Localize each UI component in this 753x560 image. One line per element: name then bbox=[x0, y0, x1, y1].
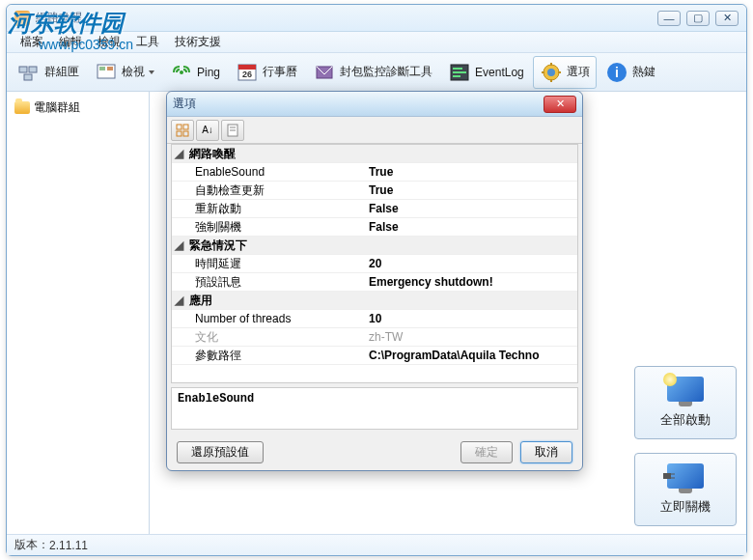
property-value[interactable]: True bbox=[365, 165, 577, 179]
property-category[interactable]: ◢應用 bbox=[172, 292, 577, 310]
ping-icon bbox=[170, 61, 193, 84]
menu-file[interactable]: 檔案 bbox=[13, 32, 51, 52]
chevron-down-icon bbox=[149, 70, 154, 74]
property-row[interactable]: 重新啟動False bbox=[172, 200, 577, 218]
svg-rect-2 bbox=[24, 74, 32, 80]
close-button[interactable]: ✕ bbox=[715, 11, 739, 26]
dialog-title: 選項 bbox=[173, 96, 544, 112]
svg-rect-26 bbox=[177, 125, 181, 129]
svg-rect-5 bbox=[107, 67, 113, 70]
start-all-label: 全部啟動 bbox=[660, 411, 711, 429]
svg-rect-13 bbox=[453, 71, 466, 73]
titlebar: 網路喚醒 — ▢ ✕ bbox=[7, 5, 746, 32]
property-value[interactable]: True bbox=[365, 183, 577, 197]
property-value[interactable]: 10 bbox=[365, 312, 577, 325]
svg-rect-12 bbox=[453, 68, 462, 70]
category-label: 網路喚醒 bbox=[185, 146, 378, 162]
toolbar-hotkey-label: 熱鍵 bbox=[632, 64, 655, 80]
toolbar-packet-label: 封包監控診斷工具 bbox=[340, 64, 432, 80]
category-label: 緊急情況下 bbox=[185, 238, 378, 254]
collapse-icon[interactable]: ◢ bbox=[172, 147, 185, 160]
svg-text:26: 26 bbox=[242, 70, 252, 79]
toolbar-view-label: 檢視 bbox=[122, 64, 145, 80]
start-all-button[interactable]: 全部啟動 bbox=[634, 366, 737, 439]
property-value[interactable]: False bbox=[365, 202, 577, 215]
monitor-bulb-icon bbox=[666, 377, 705, 407]
menu-tools[interactable]: 工具 bbox=[128, 32, 167, 52]
property-row[interactable]: 自動檢查更新True bbox=[172, 182, 577, 200]
property-grid[interactable]: ◢網路喚醒EnableSoundTrue自動檢查更新True重新啟動False強… bbox=[171, 144, 578, 383]
category-label: 應用 bbox=[185, 293, 378, 309]
toolbar-eventlog[interactable]: EventLog bbox=[441, 56, 531, 89]
property-row[interactable]: EnableSoundTrue bbox=[172, 163, 577, 182]
menu-edit[interactable]: 編輯 bbox=[51, 32, 90, 52]
property-value[interactable]: Emergency shutdown! bbox=[365, 275, 577, 289]
shutdown-button[interactable]: 立即關機 bbox=[634, 453, 737, 526]
dialog-button-row: 還原預設值 確定 取消 bbox=[167, 434, 582, 470]
svg-rect-1 bbox=[29, 67, 37, 72]
svg-point-16 bbox=[547, 69, 555, 76]
property-row[interactable]: 預設訊息Emergency shutdown! bbox=[172, 273, 577, 292]
options-dialog: 選項 ✕ A↓ ◢網路喚醒EnableSoundTrue自動檢查更新True重新… bbox=[166, 91, 583, 471]
svg-rect-0 bbox=[19, 67, 27, 72]
property-name: 強制關機 bbox=[172, 219, 365, 236]
toolbar: 群組匣 檢視 Ping 26 行事曆 封包監控診斷工具 EventLog 選項 bbox=[7, 53, 746, 92]
property-row[interactable]: 文化zh-TW bbox=[172, 328, 577, 347]
toolbar-groupbox[interactable]: 群組匣 bbox=[11, 56, 86, 89]
menu-support[interactable]: 技術支援 bbox=[167, 32, 229, 52]
property-value[interactable]: C:\ProgramData\Aquila Techno bbox=[365, 349, 577, 362]
property-name: EnableSound bbox=[172, 165, 365, 179]
alphabetize-button[interactable]: A↓ bbox=[196, 120, 219, 141]
toolbar-view[interactable]: 檢視 bbox=[88, 56, 161, 89]
property-category[interactable]: ◢緊急情況下 bbox=[172, 237, 577, 255]
tree-panel: 電腦群組 bbox=[7, 92, 150, 534]
property-name: 文化 bbox=[172, 329, 365, 346]
menu-view[interactable]: 檢視 bbox=[90, 32, 128, 52]
toolbar-eventlog-label: EventLog bbox=[475, 66, 524, 79]
property-row[interactable]: Number of threads10 bbox=[172, 310, 577, 328]
maximize-button[interactable]: ▢ bbox=[686, 11, 710, 26]
toolbar-options[interactable]: 選項 bbox=[533, 56, 597, 89]
dialog-close-button[interactable]: ✕ bbox=[544, 96, 576, 113]
toolbar-hotkey[interactable]: i 熱鍵 bbox=[599, 56, 662, 89]
toolbar-ping[interactable]: Ping bbox=[163, 56, 227, 89]
property-row[interactable]: 參數路徑C:\ProgramData\Aquila Techno bbox=[172, 347, 577, 365]
property-value[interactable]: False bbox=[365, 220, 577, 234]
statusbar: 版本： 2.11.11 bbox=[7, 534, 746, 555]
property-name: 參數路徑 bbox=[172, 348, 365, 364]
property-page-button[interactable] bbox=[221, 120, 244, 141]
svg-text:i: i bbox=[615, 65, 619, 80]
svg-rect-28 bbox=[177, 131, 181, 136]
categorize-button[interactable] bbox=[171, 120, 194, 141]
toolbar-packet[interactable]: 封包監控診斷工具 bbox=[306, 56, 439, 89]
packet-icon bbox=[313, 61, 336, 84]
property-value[interactable]: 20 bbox=[365, 257, 577, 270]
svg-point-6 bbox=[180, 70, 183, 74]
collapse-icon[interactable]: ◢ bbox=[172, 238, 185, 252]
toolbar-calendar-label: 行事曆 bbox=[263, 64, 297, 80]
side-buttons: 全部啟動 立即關機 bbox=[634, 366, 737, 526]
app-icon bbox=[14, 11, 30, 26]
minimize-button[interactable]: — bbox=[657, 11, 681, 26]
property-name: 重新啟動 bbox=[172, 201, 365, 217]
restore-defaults-button[interactable]: 還原預設值 bbox=[177, 441, 264, 463]
ok-button[interactable]: 確定 bbox=[460, 441, 513, 463]
property-name: 自動檢查更新 bbox=[172, 182, 365, 199]
version-value: 2.11.11 bbox=[49, 539, 88, 552]
cancel-button[interactable]: 取消 bbox=[520, 441, 572, 463]
property-value[interactable]: zh-TW bbox=[365, 330, 577, 344]
toolbar-ping-label: Ping bbox=[197, 66, 220, 79]
svg-rect-27 bbox=[183, 125, 188, 129]
folder-icon bbox=[14, 101, 30, 114]
eventlog-icon bbox=[448, 61, 471, 84]
svg-rect-29 bbox=[183, 131, 188, 136]
property-name: 時間延遲 bbox=[172, 256, 365, 272]
collapse-icon[interactable]: ◢ bbox=[172, 294, 185, 307]
svg-rect-14 bbox=[453, 75, 460, 77]
tree-root[interactable]: 電腦群組 bbox=[13, 98, 143, 118]
monitor-plug-icon bbox=[666, 463, 705, 494]
property-category[interactable]: ◢網路喚醒 bbox=[172, 145, 577, 163]
property-row[interactable]: 時間延遲20 bbox=[172, 255, 577, 273]
property-row[interactable]: 強制關機False bbox=[172, 218, 577, 237]
toolbar-calendar[interactable]: 26 行事曆 bbox=[229, 56, 304, 89]
